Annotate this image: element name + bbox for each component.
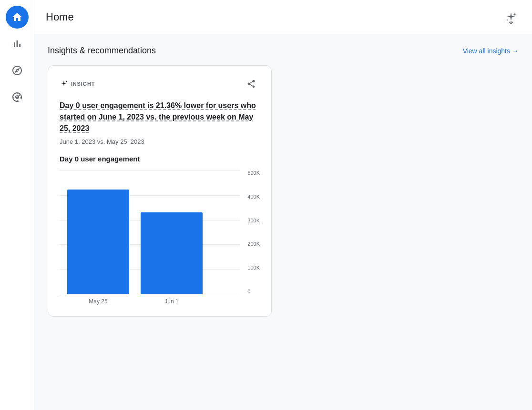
header: Home	[34, 0, 532, 34]
sidebar-item-reports[interactable]	[6, 32, 29, 55]
y-label-300k: 300K	[247, 218, 260, 223]
share-button[interactable]	[243, 75, 260, 92]
main-content: Home Insights & recommendations View all…	[34, 0, 532, 410]
view-all-insights-link[interactable]: View all insights →	[463, 47, 519, 55]
y-label-100k: 100K	[247, 265, 260, 270]
sidebar	[0, 0, 34, 410]
sparkle-icon	[504, 10, 518, 24]
advertising-icon	[11, 91, 23, 103]
bars-wrapper	[60, 170, 244, 294]
x-label-jun1: Jun 1	[141, 298, 203, 305]
bar-chart-icon	[11, 38, 23, 50]
bar-chart: May 25 Jun 1 500K 400K 300K 200K 100K 0	[60, 170, 260, 305]
x-axis-labels: May 25 Jun 1	[60, 294, 244, 305]
page-content: Insights & recommendations View all insi…	[34, 34, 532, 328]
bar-jun1[interactable]	[141, 212, 203, 294]
insight-badge-text: INSIGHT	[71, 81, 95, 87]
sidebar-item-home[interactable]	[6, 6, 29, 29]
bar-may25[interactable]	[67, 190, 129, 294]
y-label-500k: 500K	[247, 170, 260, 176]
y-label-0: 0	[247, 289, 250, 294]
bars-group	[60, 170, 210, 294]
section-title: Insights & recommendations	[48, 46, 156, 56]
sidebar-item-explore[interactable]	[6, 59, 29, 82]
sidebar-item-advertising[interactable]	[6, 86, 29, 109]
insight-card-header: INSIGHT	[60, 75, 260, 92]
insights-header-icon[interactable]	[501, 8, 521, 27]
y-axis: 500K 400K 300K 200K 100K 0	[244, 170, 260, 294]
page-title: Home	[46, 11, 74, 23]
insight-sparkle-icon	[60, 80, 68, 88]
insight-date-range: June 1, 2023 vs. May 25, 2023	[60, 138, 260, 145]
chart-area: May 25 Jun 1	[60, 170, 244, 305]
y-label-200k: 200K	[247, 241, 260, 247]
insight-badge: INSIGHT	[60, 80, 95, 88]
home-icon	[11, 11, 23, 23]
y-label-400k: 400K	[247, 194, 260, 200]
section-header: Insights & recommendations View all insi…	[48, 46, 519, 56]
x-label-may25: May 25	[67, 298, 129, 305]
chart-title: Day 0 user engagement	[60, 155, 260, 163]
explore-icon	[11, 65, 23, 76]
insight-description: Day 0 user engagement is 21.36% lower fo…	[60, 100, 260, 134]
share-icon	[246, 79, 256, 89]
insight-card: INSIGHT Day 0 user engagement is 21.36% …	[48, 65, 272, 317]
